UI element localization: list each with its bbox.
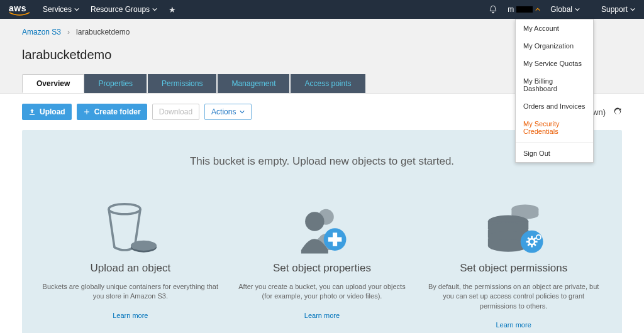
card-title: Set object permissions — [426, 262, 602, 275]
card-title: Upload an object — [42, 262, 218, 275]
dropdown-item-my-account[interactable]: My Account — [516, 19, 593, 37]
breadcrumb-current: larabucketdemo — [76, 28, 130, 36]
card-object-properties: Set object properties After you create a… — [234, 199, 410, 329]
account-dropdown: My Account My Organization My Service Qu… — [515, 19, 594, 163]
svg-line-27 — [534, 237, 536, 239]
account-name-redacted — [516, 6, 533, 13]
svg-point-4 — [305, 212, 324, 231]
dropdown-item-security-credentials[interactable]: My Security Credentials — [516, 115, 593, 140]
card-title: Set object properties — [234, 262, 410, 275]
upload-button[interactable]: Upload — [22, 104, 72, 120]
svg-line-25 — [534, 244, 536, 246]
chevron-down-icon — [74, 7, 79, 12]
chevron-down-icon — [630, 7, 635, 12]
card-description: Buckets are globally unique containers f… — [42, 282, 218, 302]
dropdown-separator — [516, 142, 593, 143]
services-label: Services — [43, 5, 72, 14]
chevron-down-icon — [240, 109, 245, 114]
people-plus-icon — [234, 199, 410, 256]
learn-more-link[interactable]: Learn more — [496, 321, 531, 329]
info-cards: Upload an object Buckets are globally un… — [41, 199, 603, 329]
bucket-icon — [42, 199, 218, 256]
tab-access-points[interactable]: Access points — [291, 74, 365, 93]
card-upload-object: Upload an object Buckets are globally un… — [42, 199, 218, 329]
svg-point-2 — [131, 241, 157, 251]
create-folder-label: Create folder — [94, 107, 141, 116]
dropdown-item-orders[interactable]: Orders and Invoices — [516, 97, 593, 115]
download-button: Download — [152, 104, 199, 120]
tab-overview[interactable]: Overview — [22, 74, 84, 93]
actions-menu[interactable]: Actions — [204, 104, 252, 120]
plus-icon — [83, 108, 91, 116]
breadcrumb-root[interactable]: Amazon S3 — [22, 28, 61, 36]
learn-more-link[interactable]: Learn more — [113, 312, 148, 319]
svg-line-24 — [528, 237, 530, 239]
card-description: By default, the permissions on an object… — [426, 282, 602, 311]
chevron-down-icon — [152, 7, 157, 12]
region-label: Global — [550, 5, 572, 14]
dropdown-item-my-organization[interactable]: My Organization — [516, 37, 593, 55]
breadcrumb-separator: › — [67, 28, 70, 36]
region-menu[interactable]: Global — [550, 5, 580, 14]
tabs: Overview Properties Permissions Manageme… — [22, 74, 367, 93]
svg-rect-7 — [328, 237, 341, 241]
resource-groups-label: Resource Groups — [91, 5, 150, 14]
database-gear-icon — [426, 199, 602, 256]
chevron-down-icon — [575, 7, 580, 12]
support-menu[interactable]: Support — [601, 5, 635, 14]
upload-icon — [28, 108, 36, 116]
actions-label: Actions — [211, 107, 236, 116]
services-menu[interactable]: Services — [43, 5, 79, 14]
dropdown-item-sign-out[interactable]: Sign Out — [516, 145, 593, 162]
chevron-up-icon — [535, 7, 540, 12]
tab-properties[interactable]: Properties — [84, 74, 147, 93]
svg-point-18 — [520, 231, 543, 253]
upload-label: Upload — [40, 107, 65, 116]
learn-more-link[interactable]: Learn more — [304, 312, 340, 319]
refresh-icon[interactable] — [613, 107, 622, 116]
download-label: Download — [159, 107, 192, 116]
dropdown-item-service-quotas[interactable]: My Service Quotas — [516, 55, 593, 72]
card-description: After you create a bucket, you can uploa… — [234, 282, 410, 302]
support-label: Support — [601, 5, 628, 14]
card-object-permissions: Set object permissions By default, the p… — [426, 199, 602, 329]
account-menu[interactable]: m — [508, 5, 540, 14]
resource-groups-menu[interactable]: Resource Groups — [91, 5, 157, 14]
dropdown-item-billing[interactable]: My Billing Dashboard — [516, 72, 593, 97]
svg-line-26 — [528, 244, 530, 246]
pin-shortcut[interactable]: ★ — [169, 5, 176, 14]
aws-logo[interactable]: aws — [9, 3, 30, 16]
tab-management[interactable]: Management — [218, 74, 289, 93]
tab-permissions[interactable]: Permissions — [148, 74, 216, 93]
svg-point-0 — [109, 204, 140, 214]
notifications-icon[interactable] — [489, 5, 497, 14]
create-folder-button[interactable]: Create folder — [77, 104, 147, 120]
top-navigation: aws Services Resource Groups ★ m Global … — [0, 0, 644, 19]
account-initial: m — [508, 5, 514, 14]
